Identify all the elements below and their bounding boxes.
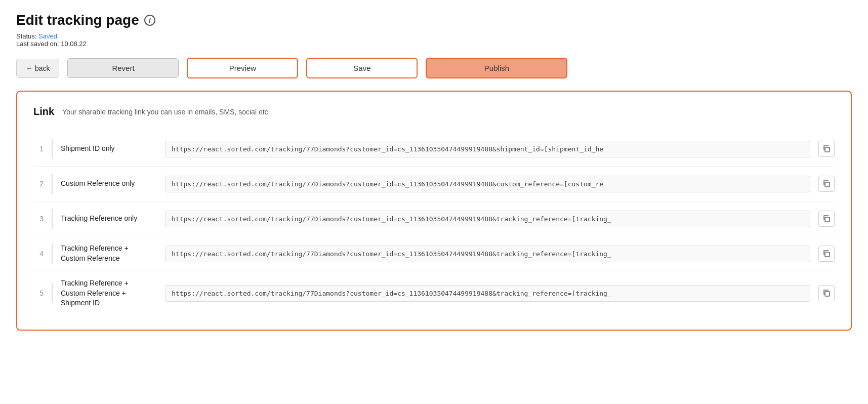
copy-button[interactable]: [818, 211, 835, 227]
url-container: https://react.sorted.com/tracking/77Diam…: [165, 246, 810, 262]
url-text: https://react.sorted.com/tracking/77Diam…: [172, 145, 804, 153]
main-card: Link Your sharable tracking link you can…: [16, 91, 852, 331]
status-block: Status: Saved Last saved on: 10.08.22: [16, 32, 852, 48]
link-row: 3Tracking Reference onlyhttps://react.so…: [33, 201, 835, 236]
link-row: 5Tracking Reference +Custom Reference +S…: [33, 271, 835, 315]
row-number: 4: [33, 250, 44, 258]
link-row: 1Shipment ID onlyhttps://react.sorted.co…: [33, 132, 835, 167]
svg-rect-1: [825, 182, 830, 187]
url-container: https://react.sorted.com/tracking/77Diam…: [165, 211, 810, 227]
save-button[interactable]: Save: [306, 58, 418, 78]
url-container: https://react.sorted.com/tracking/77Diam…: [165, 176, 810, 192]
url-text: https://react.sorted.com/tracking/77Diam…: [172, 290, 804, 297]
row-divider: [52, 209, 53, 229]
row-number: 5: [33, 289, 44, 297]
revert-button[interactable]: Revert: [67, 58, 179, 78]
copy-button[interactable]: [818, 246, 835, 262]
row-divider: [52, 244, 53, 264]
link-row: 2Custom Reference onlyhttps://react.sort…: [33, 167, 835, 201]
row-divider: [52, 283, 53, 303]
url-text: https://react.sorted.com/tracking/77Diam…: [172, 215, 804, 223]
url-container: https://react.sorted.com/tracking/77Diam…: [165, 285, 810, 302]
page-title: Edit tracking page: [16, 12, 139, 28]
copy-button[interactable]: [818, 141, 835, 157]
page-header: Edit tracking page i: [16, 12, 852, 28]
preview-button[interactable]: Preview: [187, 58, 298, 78]
last-saved-label: Last saved on:: [16, 40, 59, 48]
link-rows-container: 1Shipment ID onlyhttps://react.sorted.co…: [33, 132, 835, 315]
row-label: Shipment ID only: [61, 144, 157, 154]
publish-button[interactable]: Publish: [426, 58, 567, 78]
svg-rect-4: [825, 292, 830, 296]
info-icon[interactable]: i: [144, 15, 155, 26]
url-container: https://react.sorted.com/tracking/77Diam…: [165, 141, 810, 157]
last-saved-line: Last saved on: 10.08.22: [16, 40, 852, 48]
copy-button[interactable]: [818, 176, 835, 192]
row-label: Custom Reference only: [61, 179, 157, 189]
status-label: Status:: [16, 32, 36, 40]
card-description: Your sharable tracking link you can use …: [62, 108, 268, 116]
card-title: Link: [33, 106, 54, 117]
row-divider: [52, 139, 53, 159]
status-line: Status: Saved: [16, 32, 852, 40]
row-label: Tracking Reference only: [61, 214, 157, 224]
toolbar: ← back Revert Preview Save Publish: [16, 58, 852, 78]
row-label: Tracking Reference +Custom Reference: [61, 244, 157, 263]
svg-rect-3: [825, 252, 830, 257]
row-divider: [52, 174, 53, 194]
link-row: 4Tracking Reference +Custom Referencehtt…: [33, 236, 835, 271]
card-header: Link Your sharable tracking link you can…: [33, 106, 835, 117]
row-label: Tracking Reference +Custom Reference +Sh…: [61, 278, 157, 308]
url-text: https://react.sorted.com/tracking/77Diam…: [172, 250, 804, 258]
copy-button[interactable]: [818, 285, 835, 301]
status-value: Saved: [38, 32, 57, 40]
svg-rect-2: [825, 217, 830, 222]
url-text: https://react.sorted.com/tracking/77Diam…: [172, 180, 804, 188]
back-button[interactable]: ← back: [16, 59, 59, 78]
row-number: 3: [33, 215, 44, 223]
svg-rect-0: [825, 147, 830, 152]
row-number: 2: [33, 180, 44, 188]
row-number: 1: [33, 145, 44, 153]
last-saved-date: 10.08.22: [61, 40, 87, 48]
